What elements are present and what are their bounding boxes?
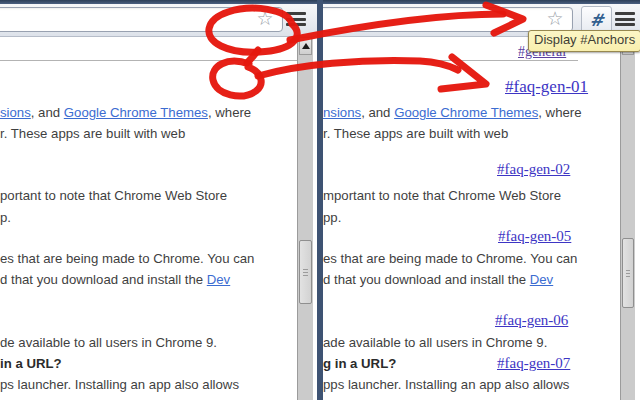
omnibox[interactable] — [318, 7, 573, 32]
text-line: sions, and Google Chrome Themes, where — [0, 105, 251, 120]
text-line: ade available to all users in Chrome 9. — [323, 335, 547, 350]
anchor-link-faq-gen-07[interactable]: #faq-gen-07 — [497, 355, 570, 372]
scroll-up-button[interactable] — [299, 37, 312, 55]
text-line: r. These apps are built with web — [0, 126, 185, 141]
text-line: portant to note that Chrome Web Store — [0, 188, 227, 203]
scrollbar-thumb[interactable] — [299, 240, 312, 304]
text-line: de available to all users in Chrome 9. — [0, 335, 217, 350]
hamburger-icon — [615, 12, 635, 15]
bookmark-star-button[interactable]: ☆ — [254, 9, 276, 29]
anchor-link-faq-gen-01[interactable]: #faq-gen-01 — [505, 78, 588, 97]
page-divider — [0, 60, 297, 61]
text-line: es that are being made to Chrome. You ca… — [323, 251, 577, 266]
text-line: p. — [0, 210, 11, 225]
extension-tooltip: Display #Anchors — [528, 30, 640, 52]
omnibox[interactable] — [0, 7, 283, 32]
thumb-grip-icon — [626, 273, 630, 274]
text-line: pp. — [323, 210, 341, 225]
anchor-link-faq-gen-06[interactable]: #faq-gen-06 — [495, 312, 568, 329]
thumb-grip-icon — [303, 272, 308, 273]
scrollbar-thumb[interactable] — [622, 238, 634, 308]
faq-heading-partial: in a URL? — [0, 356, 62, 371]
link-extensions-partial[interactable]: nsions — [323, 105, 361, 120]
hash-icon: # — [589, 10, 603, 30]
hamburger-icon — [286, 12, 306, 15]
scroll-up-icon — [302, 43, 310, 49]
text-line: nsions, and Google Chrome Themes, where — [323, 105, 582, 120]
link-dev-channel[interactable]: Dev — [530, 272, 553, 287]
faq-heading-partial: g in a URL? — [323, 356, 396, 371]
browser-window-right: ☆ # #general #faq-gen-01 #faq-gen-02 #fa… — [318, 0, 640, 400]
link-dev-channel[interactable]: Dev — [207, 272, 230, 287]
star-icon: ☆ — [256, 9, 273, 29]
link-google-chrome-themes[interactable]: Google Chrome Themes — [64, 105, 208, 120]
scrollbar[interactable] — [620, 36, 635, 400]
bookmark-star-button[interactable]: ☆ — [544, 9, 566, 29]
link-extensions-partial[interactable]: sions — [0, 105, 31, 120]
text-line: mportant to note that Chrome Web Store — [323, 188, 561, 203]
text-line: d that you download and install the Dev — [0, 272, 230, 287]
browser-window-left: ☆ sions, and Google Chrome Themes, where… — [0, 0, 322, 400]
scrollbar[interactable] — [297, 36, 313, 400]
display-anchors-extension-button[interactable]: # — [581, 6, 612, 33]
text-line: r. These apps are built with web — [323, 126, 508, 141]
star-icon: ☆ — [546, 9, 563, 29]
link-google-chrome-themes[interactable]: Google Chrome Themes — [394, 105, 538, 120]
chrome-menu-button[interactable] — [286, 12, 306, 29]
screenshot-stage: ☆ sions, and Google Chrome Themes, where… — [0, 0, 640, 400]
chrome-menu-button[interactable] — [615, 12, 635, 29]
text-line: pps launcher. Installing an app also all… — [323, 377, 569, 392]
text-line: ps launcher. Installing an app also allo… — [0, 377, 239, 392]
page-divider — [323, 60, 578, 61]
anchor-link-faq-gen-05[interactable]: #faq-gen-05 — [498, 228, 571, 245]
anchor-link-faq-gen-02[interactable]: #faq-gen-02 — [497, 161, 570, 178]
text-line: d that you download and install the Dev — [323, 272, 553, 287]
text-line: es that are being made to Chrome. You ca… — [0, 251, 254, 266]
